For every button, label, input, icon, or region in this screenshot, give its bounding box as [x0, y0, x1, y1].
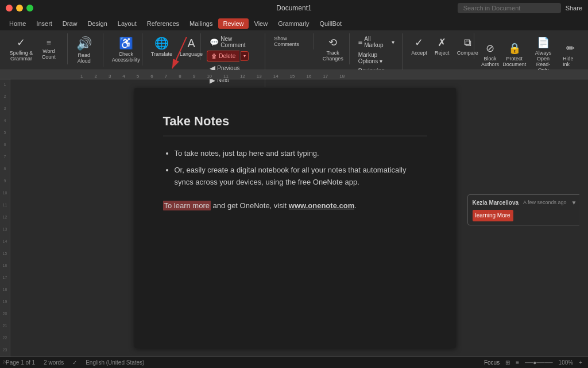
protect-label: ProtectDocument	[502, 56, 526, 67]
document-area[interactable]: Take Notes To take notes, just tap here …	[10, 79, 579, 356]
always-open-icon: 📄	[537, 36, 550, 49]
zoom-in-icon[interactable]: +	[579, 359, 582, 366]
spelling-icon: ✓	[17, 36, 25, 49]
ruler-mark: 18	[339, 74, 345, 79]
ruler-num: 17	[3, 275, 7, 279]
ruler-num: 13	[3, 227, 7, 231]
menu-insert[interactable]: Insert	[32, 18, 57, 29]
ruler-mark: 17	[323, 74, 328, 79]
ruler-num: 4	[4, 118, 6, 122]
always-open-button[interactable]: 📄 Always OpenRead-Only	[528, 34, 558, 75]
ruler-num: 2	[4, 94, 6, 98]
link-post: .	[354, 201, 357, 210]
spelling-grammar-button[interactable]: ✓ Spelling &Grammar	[9, 34, 33, 63]
comment-author: Kezia Marcellova	[473, 198, 519, 208]
ruler-mark: 2	[94, 74, 96, 79]
bullet-item-2: Or, easily create a digital notebook for…	[175, 164, 427, 189]
ribbon-group-changes: ✓ Accept ✗ Reject ⧉ Compare	[404, 33, 474, 59]
document-title: Take Notes	[163, 111, 427, 131]
word-count-icon: ≡	[47, 38, 51, 47]
ruler-num: 9	[4, 179, 6, 183]
ruler-mark: 8	[179, 74, 181, 79]
delete-button[interactable]: 🗑 Delete	[207, 51, 239, 62]
link-paragraph: To learn more and get OneNote, visit www…	[163, 200, 427, 212]
ruler-mark: 9	[193, 74, 195, 79]
reject-label: Reject	[435, 50, 450, 56]
all-markup-dropdown-icon: ▾	[392, 39, 394, 45]
onenote-link[interactable]: www.onenote.com	[289, 201, 354, 210]
comment-menu-icon[interactable]: ▼	[571, 198, 577, 208]
delete-dropdown-button[interactable]: ▾	[241, 51, 249, 61]
ruler-mark: 12	[240, 74, 245, 79]
ruler-num: 23	[3, 348, 7, 352]
ruler-num: 11	[3, 203, 7, 207]
menu-draw[interactable]: Draw	[58, 18, 82, 29]
ruler-num: 18	[3, 288, 7, 292]
spelling-label: Spelling &Grammar	[10, 50, 33, 62]
title-divider	[163, 136, 427, 136]
protect-icon: 🔒	[508, 42, 521, 55]
accessibility-label: CheckAccessibility	[112, 51, 140, 63]
ruler: 1 2 3 4 5 6 7 8 9 10 11 12 13 14 15 16 1…	[0, 70, 588, 79]
new-comment-icon: 💬	[210, 38, 219, 47]
delete-icon: 🗑	[211, 53, 217, 59]
accept-button[interactable]: ✓ Accept	[408, 34, 430, 57]
menu-references[interactable]: References	[142, 18, 184, 29]
maximize-button[interactable]	[26, 5, 33, 12]
ruler-num: 21	[3, 324, 7, 328]
ruler-mark: 11	[223, 74, 229, 79]
protect-document-button[interactable]: 🔒 ProtectDocument	[502, 40, 527, 69]
zoom-slider[interactable]: ──●────	[525, 359, 553, 366]
language-button[interactable]: A Language	[177, 35, 206, 59]
reject-button[interactable]: ✗ Reject	[432, 34, 452, 57]
menu-view[interactable]: View	[250, 18, 273, 29]
menu-design[interactable]: Design	[83, 18, 112, 29]
hide-ink-label: Hide Ink	[563, 56, 578, 67]
ruler-mark: 14	[273, 74, 278, 79]
reject-icon: ✗	[438, 36, 446, 49]
read-aloud-button[interactable]: 🔊 ReadAloud	[74, 34, 95, 66]
translate-label: Translate	[151, 51, 172, 57]
menu-quillbot[interactable]: QuillBot	[315, 18, 347, 29]
ruler-mark: 3	[109, 74, 111, 79]
track-changes-button[interactable]: ⟲ TrackChanges	[320, 34, 346, 63]
menu-grammarly[interactable]: Grammarly	[273, 18, 314, 29]
translate-button[interactable]: 🌐 Translate	[148, 34, 175, 59]
share-button[interactable]: Share	[566, 5, 582, 12]
close-button[interactable]	[6, 5, 13, 12]
ruler-mark: 5	[137, 74, 139, 79]
comment-text: learning More	[473, 210, 513, 221]
zoom-level: 100%	[559, 359, 574, 366]
markup-options-button[interactable]: Markup Options ▾	[355, 51, 398, 66]
menu-home[interactable]: Home	[5, 18, 30, 29]
all-markup-button[interactable]: ≡ All Markup ▾	[355, 34, 398, 49]
hide-ink-button[interactable]: ✏ Hide Ink	[560, 40, 581, 69]
menu-layout[interactable]: Layout	[113, 18, 141, 29]
menu-mailings[interactable]: Mailings	[185, 18, 217, 29]
view-icon-1[interactable]: ⊞	[505, 359, 510, 366]
block-authors-button[interactable]: ⊘ BlockAuthors	[480, 40, 501, 69]
menu-review[interactable]: Review	[218, 18, 248, 29]
show-comments-button[interactable]: Show Comments	[271, 34, 308, 48]
document-page[interactable]: Take Notes To take notes, just tap here …	[134, 88, 456, 348]
window-controls	[6, 5, 33, 12]
new-comment-button[interactable]: 💬 New Comment	[207, 34, 260, 49]
search-input[interactable]	[458, 3, 561, 13]
ruler-mark: 16	[307, 74, 312, 79]
ruler-num: 12	[3, 215, 7, 219]
ribbon-group-accessibility: ♿ CheckAccessibility	[105, 33, 142, 66]
bullet-item-1: To take notes, just tap here and start t…	[175, 148, 427, 160]
ribbon-group-protect: ⊘ BlockAuthors 🔒 ProtectDocument 📄 Alway…	[475, 33, 583, 76]
bullet-list: To take notes, just tap here and start t…	[175, 148, 427, 188]
left-ruler: 1 2 3 4 5 6 7 8 9 10 11 12 13 14 15 16 1…	[0, 79, 10, 356]
view-icon-2[interactable]: ≡	[516, 359, 519, 366]
word-count-button[interactable]: ≡ Word Count	[35, 36, 63, 62]
ribbon-group-show-comments: Show Comments	[266, 33, 314, 49]
all-markup-icon: ≡	[358, 38, 363, 47]
translate-icon: 🌐	[154, 36, 169, 50]
check-accessibility-button[interactable]: ♿ CheckAccessibility	[109, 34, 143, 64]
minimize-button[interactable]	[16, 5, 23, 12]
ruler-mark: 7	[165, 74, 167, 79]
focus-button[interactable]: Focus	[484, 359, 500, 366]
ruler-num: 16	[3, 263, 7, 267]
